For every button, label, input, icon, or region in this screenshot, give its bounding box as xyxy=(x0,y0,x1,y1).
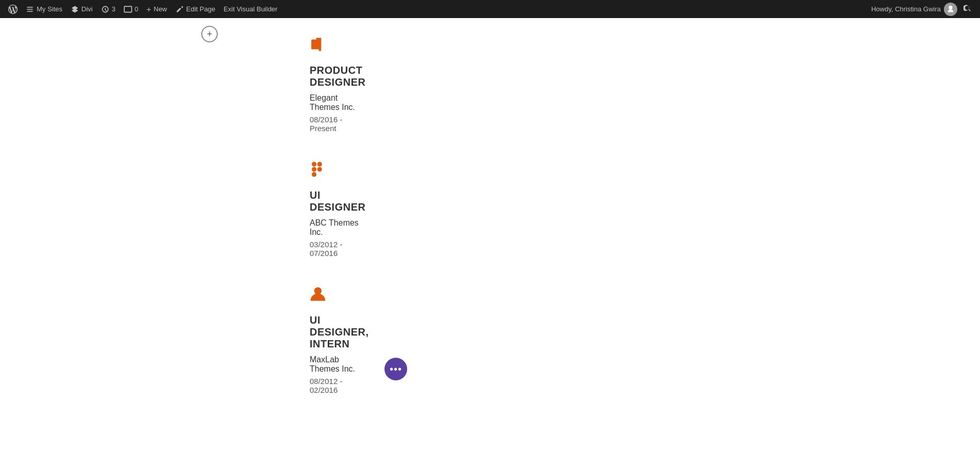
wordpress-icon xyxy=(8,5,18,14)
comments-icon xyxy=(124,5,132,13)
my-sites-link[interactable]: My Sites xyxy=(22,0,67,18)
updates-icon xyxy=(101,5,109,13)
job-entry: PRODUCT DESIGNER Elegant Themes Inc. 08/… xyxy=(310,36,361,133)
adminbar-right: Howdy, Christina Gwira xyxy=(871,3,976,16)
edit-icon xyxy=(175,5,184,13)
updates-link[interactable]: 3 xyxy=(97,0,120,18)
comments-count: 0 xyxy=(135,5,138,13)
divi-label: Divi xyxy=(82,5,93,13)
job-dates: 03/2012 - 07/2016 xyxy=(310,240,361,258)
edit-page-link[interactable]: Edit Page xyxy=(171,0,219,18)
howdy-text: Howdy, Christina Gwira xyxy=(871,3,957,16)
job-dates: 08/2012 - 02/2016 xyxy=(310,377,361,394)
exit-vb-label: Exit Visual Builder xyxy=(223,5,278,13)
add-section-button[interactable]: + xyxy=(201,26,218,42)
comments-link[interactable]: 0 xyxy=(120,0,142,18)
job-company: ABC Themes Inc. xyxy=(310,218,361,237)
updates-count: 3 xyxy=(112,5,116,13)
svg-rect-7 xyxy=(312,172,316,177)
palette-icon xyxy=(310,36,361,56)
edit-page-label: Edit Page xyxy=(186,5,215,13)
more-options-button[interactable]: ••• xyxy=(384,358,407,380)
job-company: MaxLab Themes Inc. xyxy=(310,355,361,374)
more-icon: ••• xyxy=(390,363,402,375)
job-dates: 08/2016 - Present xyxy=(310,115,361,133)
job-title: PRODUCT DESIGNER xyxy=(310,65,361,88)
page-content: + PRODUCT DESIGNER Elegant Themes Inc. 0… xyxy=(0,0,980,463)
jobs-container: PRODUCT DESIGNER Elegant Themes Inc. 08/… xyxy=(0,18,361,394)
svg-point-6 xyxy=(317,167,322,171)
exit-vb-link[interactable]: Exit Visual Builder xyxy=(219,0,282,18)
svg-rect-5 xyxy=(312,167,316,171)
figma-icon xyxy=(310,161,361,181)
divi-link[interactable]: Divi xyxy=(67,0,97,18)
svg-rect-2 xyxy=(319,39,322,51)
svg-rect-0 xyxy=(311,39,319,49)
new-link[interactable]: + New xyxy=(142,0,171,18)
avatar xyxy=(944,3,957,16)
new-label: New xyxy=(154,5,167,13)
job-company: Elegant Themes Inc. xyxy=(310,93,361,112)
job-title: UI DESIGNER xyxy=(310,189,361,213)
person-icon xyxy=(310,286,361,306)
svg-rect-3 xyxy=(312,162,316,167)
add-icon: + xyxy=(207,29,213,40)
my-sites-label: My Sites xyxy=(37,5,62,13)
search-icon[interactable] xyxy=(959,4,976,14)
new-plus-icon: + xyxy=(147,5,151,13)
job-entry: UI DESIGNER ABC Themes Inc. 03/2012 - 07… xyxy=(310,161,361,258)
svg-rect-4 xyxy=(317,162,322,167)
job-title: UI DESIGNER, INTERN xyxy=(310,314,361,350)
admin-bar: My Sites Divi 3 0 + New Edit Page Exit V… xyxy=(0,0,980,18)
wordpress-logo-link[interactable] xyxy=(4,0,22,18)
divi-icon xyxy=(71,5,79,13)
job-entry: UI DESIGNER, INTERN MaxLab Themes Inc. 0… xyxy=(310,286,361,394)
my-sites-icon xyxy=(26,5,34,13)
